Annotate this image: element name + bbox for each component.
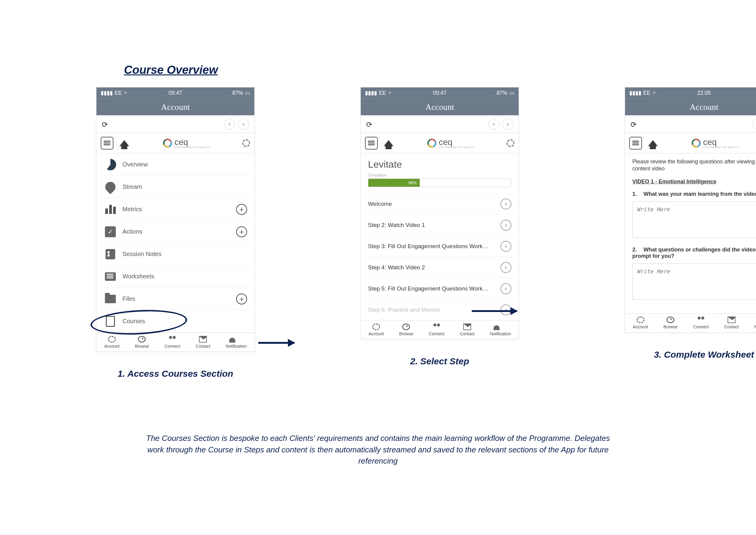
expand-icon: ‹	[500, 220, 511, 231]
expand-icon: ‹	[500, 283, 511, 294]
menu-button[interactable]	[365, 137, 378, 150]
tab-account[interactable]: Account	[104, 336, 120, 349]
step-label: Step 6: Practice and Monitor	[368, 306, 441, 313]
bottom-tab-bar: Account Browse Connect Contact Notificat…	[625, 314, 756, 332]
step-label: Step 4: Watch Video 2	[368, 264, 425, 271]
tab-label: Connect	[693, 324, 709, 329]
nav-forward-button[interactable]: ›	[238, 119, 249, 129]
answer-1-input[interactable]	[632, 202, 756, 238]
menu-item-session-notes[interactable]: Session Notes	[96, 243, 254, 266]
menu-item-metrics[interactable]: Metrics +	[96, 198, 254, 221]
tab-label: Contact	[196, 344, 210, 349]
nav-back-button[interactable]: ‹	[753, 119, 756, 129]
brand-logo: ceq COLLABORATIVE EQUITY	[135, 137, 238, 149]
tab-label: Account	[633, 324, 648, 329]
step-label: Welcome	[368, 201, 392, 207]
tab-contact[interactable]: Contact	[460, 324, 474, 336]
tab-label: Connect	[429, 331, 445, 336]
tab-connect[interactable]: Connect	[693, 317, 709, 329]
tab-connect[interactable]: Connect	[165, 336, 180, 349]
menu-label: Session Notes	[122, 251, 161, 258]
refresh-button[interactable]	[366, 119, 372, 129]
completion-label: Completion:	[368, 173, 511, 177]
add-files-button[interactable]: +	[236, 294, 247, 304]
overview-icon	[105, 159, 116, 170]
menu-button[interactable]	[629, 137, 642, 150]
tab-label: Notification	[490, 331, 511, 336]
home-icon	[120, 140, 129, 146]
page-title: Course Overview	[124, 64, 218, 76]
q1-number: 1.	[632, 191, 639, 197]
course-title: Levitate	[368, 159, 511, 170]
status-bar: ▮▮▮▮ EE ᯤ 22:05 76% ▭	[625, 87, 756, 99]
header-title: Account	[625, 99, 756, 115]
menu-label: Actions	[122, 228, 143, 235]
brand-logo: ceq COLLABORATIVE EQUITY	[399, 137, 502, 149]
tab-label: Contact	[460, 331, 474, 336]
tab-notification[interactable]: Notification	[754, 317, 756, 329]
step-item-6[interactable]: Step 6: Practice and Monitor ‹	[361, 299, 519, 320]
tab-label: Account	[369, 331, 384, 336]
bottom-tab-bar: Account Browse Connect Contact Notificat…	[361, 320, 519, 339]
menu-item-overview[interactable]: Overview	[96, 154, 254, 176]
progress-fill: 36%	[368, 179, 420, 187]
add-metrics-button[interactable]: +	[236, 204, 247, 215]
expand-icon: ‹	[500, 199, 511, 210]
answer-2-input[interactable]	[632, 264, 756, 300]
connect-icon	[433, 324, 441, 330]
phone-3: ▮▮▮▮ EE ᯤ 22:05 76% ▭ Account ‹ ›	[625, 87, 756, 332]
ring-logo-icon	[426, 137, 438, 149]
status-bar: ▮▮▮▮ EE ᯤ 09:47 87% ▭	[361, 87, 519, 99]
add-actions-button[interactable]: +	[236, 226, 247, 237]
caption-1: 1. Access Courses Section	[96, 369, 255, 379]
step-item-3[interactable]: Step 3: Fill Out Engagement Questions Wo…	[361, 236, 519, 257]
notification-icon	[232, 336, 240, 343]
tab-account[interactable]: Account	[633, 317, 648, 329]
tab-connect[interactable]: Connect	[429, 324, 445, 336]
contact-icon	[463, 324, 471, 330]
tab-contact[interactable]: Contact	[196, 336, 210, 349]
q1-text: What was your main learning from the vid…	[643, 191, 756, 197]
home-button[interactable]	[646, 138, 660, 148]
nav-forward-button[interactable]: ›	[502, 119, 513, 129]
step-item-5[interactable]: Step 5: Fill Out Engagement Questions Wo…	[361, 278, 519, 299]
footer-description: The Courses Section is bespoke to each C…	[0, 433, 756, 467]
home-button[interactable]	[382, 138, 395, 148]
tab-browse[interactable]: Browse	[135, 336, 149, 349]
refresh-button[interactable]	[631, 119, 636, 129]
nav-back-button[interactable]: ‹	[488, 119, 499, 129]
menu-item-actions[interactable]: ✓ Actions +	[96, 221, 254, 243]
courses-icon	[106, 316, 115, 327]
refresh-button[interactable]	[102, 119, 108, 129]
menu-item-files[interactable]: Files +	[96, 288, 254, 310]
home-icon	[384, 140, 393, 146]
tab-account[interactable]: Account	[369, 324, 384, 336]
tab-browse[interactable]: Browse	[663, 317, 678, 329]
home-button[interactable]	[118, 138, 131, 148]
ring-logo-icon	[690, 137, 702, 149]
progress-bar: 36%	[368, 179, 511, 187]
step-item-welcome[interactable]: Welcome ‹	[361, 193, 519, 214]
menu-label: Metrics	[122, 206, 142, 213]
worksheet-intro: Please review the following questions af…	[632, 158, 756, 173]
question-2: 2. What questions or challenges did the …	[632, 247, 756, 259]
nav-back-button[interactable]: ‹	[224, 119, 235, 129]
bottom-tab-bar: Account Browse Connect Contact Notificat…	[96, 332, 254, 351]
step-item-4[interactable]: Step 4: Watch Video 2 ‹	[361, 257, 519, 278]
expand-icon: ‹	[500, 304, 511, 315]
tab-browse[interactable]: Browse	[399, 324, 413, 336]
tab-notification[interactable]: Notification	[226, 336, 246, 349]
menu-item-worksheets[interactable]: Worksheets	[96, 266, 254, 288]
actions-icon: ✓	[105, 226, 116, 237]
browse-icon	[402, 324, 410, 330]
menu-item-stream[interactable]: Stream	[96, 176, 254, 198]
step-item-2[interactable]: Step 2: Watch Video 1 ‹	[361, 214, 519, 236]
tab-notification[interactable]: Notification	[490, 324, 511, 336]
contact-icon	[728, 317, 736, 323]
menu-item-courses[interactable]: Courses	[96, 310, 254, 332]
ring-logo-icon	[162, 137, 173, 149]
files-icon	[105, 295, 116, 303]
tab-contact[interactable]: Contact	[724, 317, 739, 329]
menu-button[interactable]	[101, 137, 113, 150]
tab-label: Connect	[165, 344, 180, 349]
